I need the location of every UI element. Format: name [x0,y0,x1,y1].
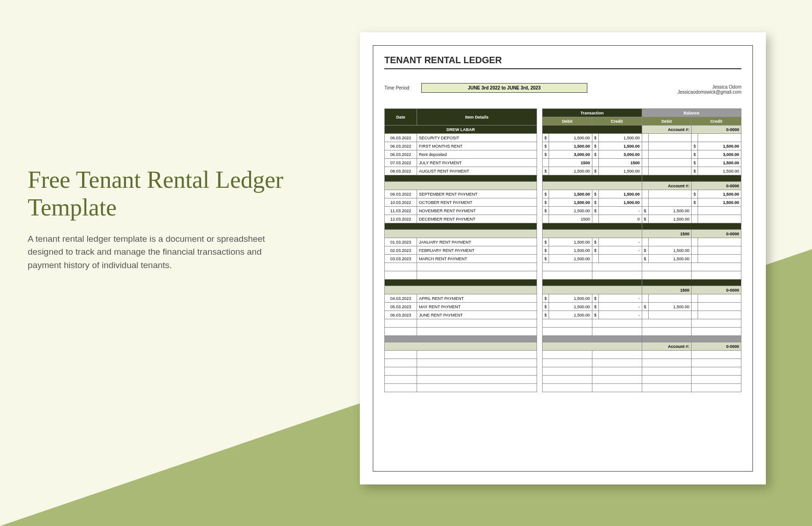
empty-row [385,367,741,376]
data-row: 03.03.2023MARCH RENT PAYMENT$1,500.00$1,… [385,255,741,263]
page-description: A tenant rental ledger template is a doc… [28,233,286,272]
empty-row [385,376,741,384]
empty-row [385,359,741,367]
col-bal-credit: Credit [692,117,741,126]
empty-row [385,319,741,328]
col-transaction: Transaction [543,109,642,117]
data-row: 04.03.2023APRIL RENT PAYMENT$1,500.00$- [385,294,741,303]
data-row: 12.03.2022DECEMBER RENT PAYMENT15000$1,5… [385,215,741,223]
data-row: 08.03.2022AUGUST RENT PAYMENT$1,500.00$1… [385,167,741,175]
empty-row [385,328,741,336]
header-row-1: Date Item Details Transaction Balance [385,109,741,117]
ledger-table: Date Item Details Transaction Balance De… [384,108,741,392]
empty-row [385,351,741,359]
account-row: 15000-0000 [385,230,741,238]
page-title: Free Tenant Rental Ledger Template [28,166,286,221]
col-trans-credit: Credit [592,117,642,126]
data-row: 09.03.2022SEPTEMBER RENT PAYMENT$1,500.0… [385,190,741,198]
data-row: 06.03.2023JUNE RENT PAYMENT$1,500.00$- [385,311,741,319]
data-row: 02.03.2023FEBRUARY RENT PAYMENT$1,500.00… [385,246,741,255]
data-row: 07.03.2022JULY RENT PAYMENT15001500$1,50… [385,159,741,167]
data-row: 06.03.2022SECURITY DEPOSIT$1,500.00$1,50… [385,134,741,142]
account-row: Account #:0-0000 [385,342,741,351]
separator-row [385,223,741,230]
empty-row [385,384,741,392]
data-row: 06.03.2022FIRST MONTHS RENT$1,500.00$1,5… [385,142,741,150]
data-row: 06.03.2022Rent deposited$3,000.00$3,000.… [385,150,741,159]
document-preview: TENANT RENTAL LEDGER Time Period: JUNE 3… [360,32,766,484]
separator-row [385,280,741,286]
col-balance: Balance [642,109,741,117]
period-value: JUNE 3rd 2022 to JUNE 3rd, 2023 [421,83,587,93]
col-bal-debit: Debit [642,117,692,126]
data-row: 10.03.2022OCTOBER RENT PAYMENT$1,500.00$… [385,198,741,207]
col-date: Date [385,109,417,126]
col-trans-debit: Debit [543,117,592,126]
data-row: 01.03.2023JANUARY RENT PAYMENT$1,500.00$… [385,238,741,246]
tenant-row: DREW LABARAccount #:0-0000 [385,126,741,134]
data-row: 05.03.2023MAY RENT PAYMENT$1,500.00$-$1,… [385,303,741,311]
col-item: Item Details [417,109,537,126]
data-row: 11.03.2022NOVEMBER RENT PAYMENT$1,500.00… [385,207,741,215]
separator-row [385,336,741,342]
empty-row [385,263,741,271]
document-inner: TENANT RENTAL LEDGER Time Period: JUNE 3… [373,45,753,472]
separator-row [385,175,741,182]
left-panel: Free Tenant Rental Ledger Template A ten… [28,166,286,272]
ledger-title: TENANT RENTAL LEDGER [384,55,741,69]
account-row: Account #:0-0000 [385,182,741,190]
account-row: 15000-0000 [385,286,741,294]
empty-row [385,271,741,280]
period-label: Time Period: [384,85,421,90]
